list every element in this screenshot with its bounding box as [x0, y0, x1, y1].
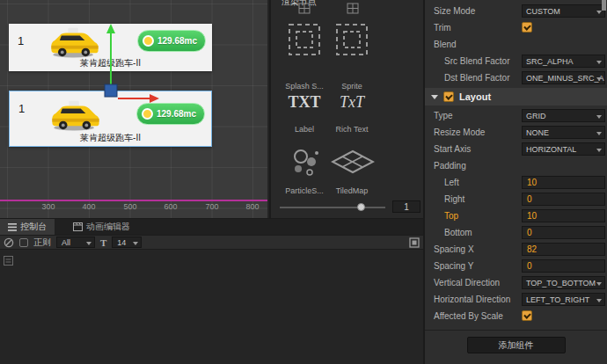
regex-label: 正则 — [33, 237, 51, 249]
type-label: Type — [434, 111, 453, 120]
panel-menu-icon[interactable] — [409, 237, 420, 248]
row-blend: Blend — [425, 36, 607, 53]
scene-ruler: 300 400 500 600 700 800 — [0, 202, 267, 213]
type-dropdown[interactable]: GRID — [522, 109, 605, 122]
font-size-dropdown[interactable]: 14 — [112, 237, 142, 248]
divider — [425, 330, 607, 331]
scene-view[interactable]: 1 129.68mc 莱肯超级跑车-II 1 — [0, 0, 267, 218]
ruler-tick: 400 — [77, 202, 101, 211]
spacing-x-label: Spacing X — [434, 244, 474, 254]
item-name: 莱肯超级跑车-II — [10, 132, 211, 144]
ruler-tick: 300 — [36, 202, 61, 211]
console-list-icon — [8, 223, 17, 231]
spacing-y-input[interactable]: 0 — [522, 259, 605, 273]
resize-mode-label: Resize Mode — [434, 127, 485, 137]
dst-blend-label: Dst Blend Factor — [434, 73, 509, 83]
regex-checkbox[interactable] — [19, 238, 28, 247]
start-axis-dropdown[interactable]: HORIZONTAL — [522, 142, 605, 156]
size-mode-label: Size Mode — [434, 6, 475, 16]
node-grid-icon[interactable] — [298, 3, 311, 14]
row-affected-by-scale: Affected By Scale — [425, 308, 607, 324]
type-value: GRID — [526, 112, 546, 120]
padding-right-input[interactable]: 0 — [522, 193, 605, 206]
resize-mode-dropdown[interactable]: NONE — [522, 126, 605, 139]
src-blend-value: SRC_ALPHA — [526, 57, 574, 66]
icon-size-value: 1 — [392, 200, 421, 213]
src-blend-label: Src Blend Factor — [434, 56, 509, 66]
row-resize-mode: Resize Mode NONE — [425, 124, 607, 141]
row-padding-bottom: Bottom 0 — [425, 224, 607, 241]
row-vertical-direction: Vertical Direction TOP_TO_BOTTOM — [425, 274, 607, 291]
row-type: Type GRID — [425, 107, 607, 124]
padding-left-input[interactable]: 10 — [522, 176, 605, 189]
tiledmap-tile-label[interactable]: TiledMap — [319, 186, 384, 195]
console-toolbar: 正则 All T 14 — [0, 235, 423, 250]
sprite-tile-label[interactable]: Sprite — [319, 82, 384, 91]
add-component-button[interactable]: 添加组件 — [467, 337, 566, 353]
dst-blend-dropdown[interactable]: ONE_MINUS_SRC_ALPHA — [522, 71, 605, 84]
affected-by-scale-checkbox[interactable] — [522, 310, 532, 321]
editor-window: 1 129.68mc 莱肯超级跑车-II 1 — [0, 0, 607, 364]
transform-gizmo[interactable] — [88, 22, 167, 114]
row-horizontal-direction: Horizontal Direction LEFT_TO_RIGHT — [425, 291, 607, 308]
row-dst-blend: Dst Blend Factor ONE_MINUS_SRC_ALPHA — [425, 69, 607, 86]
richtext-tile-icon[interactable]: TxT — [319, 93, 384, 112]
slider-track — [280, 207, 385, 208]
node-library-panel: 渲染节点 Splash S... Sprite TXT TxT Label Ri… — [269, 0, 423, 218]
vertical-direction-value: TOP_TO_BOTTOM — [526, 279, 596, 288]
padding-right-label: Right — [434, 194, 464, 204]
tiledmap-tile-icon[interactable] — [331, 149, 375, 178]
slider-knob[interactable] — [357, 203, 365, 211]
log-entry-icon[interactable] — [4, 256, 13, 266]
spacing-x-input[interactable]: 82 — [522, 243, 605, 256]
splash-sprite-tile-icon[interactable] — [288, 23, 321, 56]
particle-tile-icon[interactable] — [287, 144, 324, 181]
richtext-tile-label[interactable]: Rich Text — [319, 125, 384, 134]
resize-mode-value: NONE — [526, 128, 549, 137]
gizmo-move-handle — [105, 84, 117, 97]
font-size-icon: T — [100, 237, 106, 248]
node-grid-icon[interactable] — [347, 3, 359, 14]
item-index: 1 — [18, 102, 25, 115]
layout-section-header[interactable]: Layout — [425, 88, 607, 106]
vertical-direction-label: Vertical Direction — [434, 278, 500, 288]
log-filter-value: All — [62, 238, 70, 247]
row-start-axis: Start Axis HORIZONTAL — [425, 141, 607, 157]
ruler-tick: 600 — [158, 202, 183, 211]
horizontal-direction-dropdown[interactable]: LEFT_TO_RIGHT — [522, 293, 605, 306]
row-spacing-y: Spacing Y 0 — [425, 258, 607, 274]
inspector-panel: Size Mode CUSTOM Trim Blend Src Blend Fa… — [423, 0, 607, 364]
font-size-value: 14 — [117, 238, 126, 247]
layout-enabled-checkbox[interactable] — [443, 91, 454, 102]
vertical-direction-dropdown[interactable]: TOP_TO_BOTTOM — [522, 276, 605, 289]
padding-bottom-input[interactable]: 0 — [522, 226, 605, 239]
clear-console-icon[interactable] — [4, 237, 14, 248]
horizontal-direction-value: LEFT_TO_RIGHT — [526, 295, 589, 304]
collapse-arrow-icon[interactable] — [431, 95, 438, 99]
row-padding: Padding — [425, 157, 607, 174]
inspector-scrollbar[interactable] — [602, 0, 606, 11]
log-filter-dropdown[interactable]: All — [56, 237, 95, 248]
tab-console[interactable]: 控制台 — [0, 219, 55, 235]
blend-label: Blend — [434, 40, 457, 49]
row-trim: Trim — [425, 19, 607, 36]
src-blend-dropdown[interactable]: SRC_ALPHA — [522, 55, 605, 68]
trim-label: Trim — [434, 23, 451, 33]
size-mode-dropdown[interactable]: CUSTOM — [522, 4, 605, 18]
sprite-tile-icon[interactable] — [335, 23, 369, 56]
console-tabbar: 控制台 动画编辑器 — [0, 219, 423, 235]
trim-checkbox[interactable] — [522, 22, 532, 33]
padding-top-input[interactable]: 10 — [522, 209, 605, 222]
guide-line — [0, 200, 267, 201]
icon-size-slider[interactable] — [280, 205, 385, 210]
row-padding-left: Left 10 — [425, 174, 607, 191]
ruler-tick: 800 — [240, 202, 265, 211]
horizontal-direction-label: Horizontal Direction — [434, 295, 510, 304]
start-axis-label: Start Axis — [434, 144, 471, 154]
padding-bottom-label: Bottom — [434, 228, 472, 237]
start-axis-value: HORIZONTAL — [526, 145, 576, 154]
spacing-y-label: Spacing Y — [434, 261, 473, 271]
tab-animation-editor[interactable]: 动画编辑器 — [65, 219, 138, 235]
tab-animation-label: 动画编辑器 — [86, 221, 130, 233]
padding-label: Padding — [434, 161, 466, 171]
